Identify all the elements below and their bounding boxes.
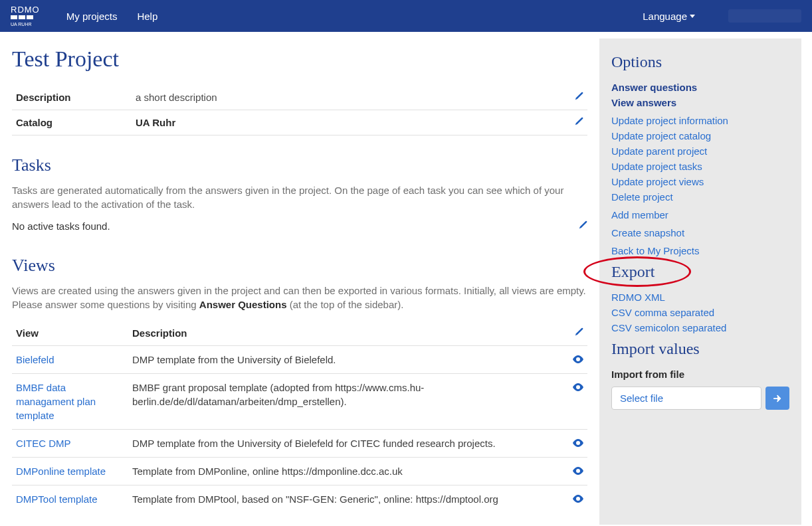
sidebar-link[interactable]: Update project views bbox=[611, 176, 704, 187]
pencil-icon[interactable] bbox=[574, 92, 583, 103]
eye-icon[interactable] bbox=[573, 438, 583, 449]
export-heading: Export bbox=[611, 263, 789, 281]
sidebar-link[interactable]: CSV comma separated bbox=[611, 307, 714, 318]
options-heading: Options bbox=[611, 53, 789, 71]
sidebar-link[interactable]: Answer questions bbox=[611, 82, 697, 93]
page-title: Test Project bbox=[12, 46, 587, 72]
sidebar-link[interactable]: Update parent project bbox=[611, 145, 707, 157]
eye-icon[interactable] bbox=[573, 493, 583, 505]
import-from-file-label: Import from file bbox=[611, 369, 789, 380]
sidebar-link[interactable]: Create snapshot bbox=[611, 227, 684, 238]
navbar: RDMO UA RUHR My projects Help Language bbox=[0, 0, 812, 32]
view-link[interactable]: DMPonline template bbox=[16, 466, 106, 477]
nav-my-projects[interactable]: My projects bbox=[66, 11, 118, 22]
sidebar: Options Answer questionsView answers Upd… bbox=[599, 39, 801, 525]
tasks-empty: No active tasks found. bbox=[12, 220, 578, 232]
sidebar-link[interactable]: Add member bbox=[611, 209, 668, 220]
import-heading: Import values bbox=[611, 340, 789, 358]
meta-catalog-value: UA Ruhr bbox=[132, 110, 567, 135]
eye-icon[interactable] bbox=[573, 354, 583, 365]
view-description: Template from DMPtool, based on "NSF-GEN… bbox=[128, 485, 567, 513]
sidebar-link[interactable]: View answers bbox=[611, 97, 676, 108]
nav-help[interactable]: Help bbox=[137, 11, 157, 22]
pencil-icon[interactable] bbox=[578, 220, 587, 232]
main-content: Test Project Description a short descrip… bbox=[0, 32, 599, 525]
view-description: Template from DMPonline, online https://… bbox=[128, 458, 567, 485]
eye-icon[interactable] bbox=[573, 382, 583, 393]
sidebar-link[interactable]: Update project catalog bbox=[611, 130, 711, 141]
sidebar-link[interactable]: Delete project bbox=[611, 191, 673, 203]
import-submit-button[interactable] bbox=[765, 387, 789, 410]
view-description: DMP template from the University of Biel… bbox=[128, 346, 567, 374]
view-description: BMBF grant proposal template (adopted fr… bbox=[128, 374, 567, 430]
pencil-icon[interactable] bbox=[574, 327, 583, 339]
brand-graphic bbox=[11, 15, 33, 19]
table-row: DMPonline templateTemplate from DMPonlin… bbox=[12, 458, 587, 485]
language-dropdown[interactable]: Language bbox=[643, 11, 695, 22]
meta-catalog-label: Catalog bbox=[12, 110, 132, 135]
meta-description-value: a short description bbox=[132, 85, 567, 110]
view-link[interactable]: BMBF data managament plan template bbox=[16, 382, 96, 421]
views-heading: Views bbox=[12, 256, 587, 276]
pencil-icon[interactable] bbox=[574, 117, 583, 128]
chevron-down-icon bbox=[690, 15, 695, 18]
select-file-button[interactable]: Select file bbox=[611, 387, 761, 410]
sidebar-link[interactable]: RDMO XML bbox=[611, 292, 665, 303]
sidebar-link[interactable]: Back to My Projects bbox=[611, 245, 700, 256]
table-row: DMPTool templateTemplate from DMPtool, b… bbox=[12, 485, 587, 513]
sidebar-link[interactable]: Update project information bbox=[611, 115, 728, 126]
project-meta-table: Description a short description Catalog … bbox=[12, 85, 587, 135]
tasks-intro: Tasks are generated automatically from t… bbox=[12, 183, 587, 211]
sidebar-link[interactable]: Update project tasks bbox=[611, 161, 702, 172]
language-label: Language bbox=[643, 11, 687, 22]
views-table: View Description BielefeldDMP template f… bbox=[12, 321, 587, 513]
views-intro: Views are created using the answers give… bbox=[12, 284, 587, 311]
brand-text-bottom: UA RUHR bbox=[11, 22, 32, 27]
arrow-right-icon bbox=[773, 394, 782, 403]
sidebar-link[interactable]: CSV semicolon separated bbox=[611, 322, 726, 333]
view-link[interactable]: CITEC DMP bbox=[16, 438, 71, 449]
tasks-heading: Tasks bbox=[12, 155, 587, 175]
user-menu[interactable] bbox=[728, 9, 801, 23]
table-row: BMBF data managament plan templateBMBF g… bbox=[12, 374, 587, 430]
table-row: CITEC DMPDMP template from the Universit… bbox=[12, 430, 587, 458]
table-row: BielefeldDMP template from the Universit… bbox=[12, 346, 587, 374]
view-link[interactable]: Bielefeld bbox=[16, 354, 54, 365]
meta-description-label: Description bbox=[12, 85, 132, 110]
brand-text-top: RDMO bbox=[11, 5, 40, 14]
view-description: DMP template from the University of Biel… bbox=[128, 430, 567, 458]
views-col-desc: Description bbox=[128, 321, 567, 346]
views-col-view: View bbox=[12, 321, 128, 346]
view-link[interactable]: DMPTool template bbox=[16, 493, 98, 505]
brand-logo[interactable]: RDMO UA RUHR bbox=[11, 5, 40, 27]
eye-icon[interactable] bbox=[573, 466, 583, 477]
